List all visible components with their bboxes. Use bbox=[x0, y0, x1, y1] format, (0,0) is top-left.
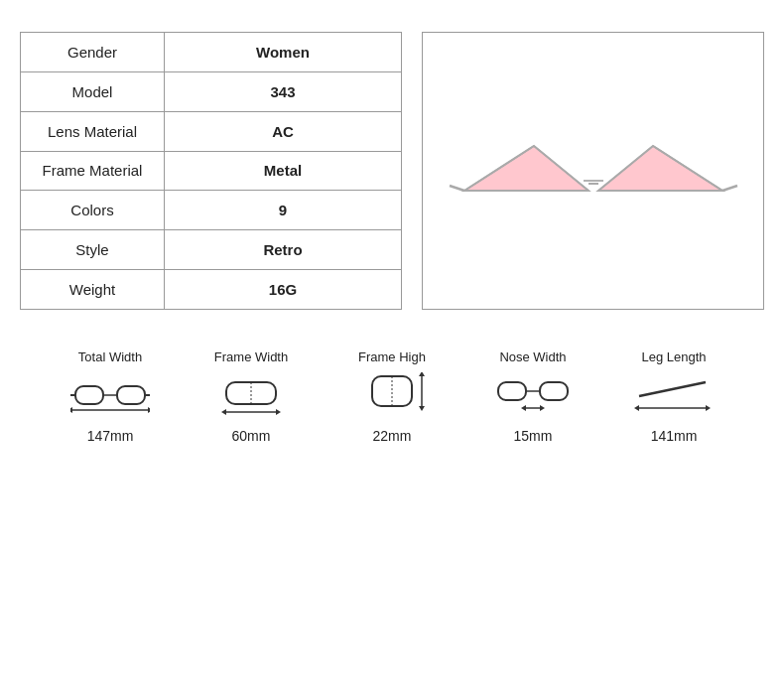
measure-label-1: Frame Width bbox=[214, 349, 288, 364]
table-row: Colors 9 bbox=[21, 191, 402, 230]
table-value-4: 9 bbox=[165, 191, 402, 230]
svg-marker-19 bbox=[70, 407, 72, 413]
table-label-3: Frame Material bbox=[21, 151, 165, 191]
measure-value-4: 141mm bbox=[651, 428, 698, 444]
svg-rect-11 bbox=[117, 386, 145, 404]
svg-marker-29 bbox=[419, 372, 425, 376]
measure-item-leg-length: Leg Length 141mm bbox=[624, 349, 723, 444]
svg-marker-20 bbox=[148, 407, 150, 413]
svg-rect-21 bbox=[226, 382, 276, 404]
table-value-2: AC bbox=[165, 111, 402, 151]
table-row: Model 343 bbox=[21, 71, 402, 111]
sunglasses-image bbox=[445, 111, 742, 230]
table-value-0: Women bbox=[165, 33, 402, 72]
measure-value-0: 147mm bbox=[87, 428, 134, 444]
svg-marker-40 bbox=[634, 405, 639, 411]
svg-marker-24 bbox=[221, 409, 226, 415]
svg-rect-10 bbox=[75, 386, 103, 404]
svg-marker-36 bbox=[521, 405, 526, 411]
measure-label-0: Total Width bbox=[78, 349, 142, 364]
svg-line-38 bbox=[639, 382, 706, 396]
table-label-5: Style bbox=[21, 230, 165, 270]
measure-value-1: 60mm bbox=[232, 428, 271, 444]
main-content: Gender Women Model 343 Lens Material AC … bbox=[20, 32, 764, 310]
measure-item-nose-width: Nose Width 15mm bbox=[483, 349, 583, 444]
measure-item-total-width: Total Width 147mm bbox=[61, 349, 160, 444]
measure-value-2: 22mm bbox=[373, 428, 412, 444]
info-table: Gender Women Model 343 Lens Material AC … bbox=[20, 32, 402, 310]
measure-icon-leg-length bbox=[634, 372, 714, 420]
svg-marker-1 bbox=[598, 146, 722, 191]
table-row: Weight 16G bbox=[21, 270, 402, 310]
table-value-5: Retro bbox=[165, 230, 402, 270]
measure-icon-total-width bbox=[70, 372, 150, 420]
table-row: Frame Material Metal bbox=[21, 151, 402, 191]
header bbox=[20, 10, 764, 32]
svg-line-5 bbox=[722, 186, 737, 191]
measure-label-2: Frame High bbox=[358, 349, 426, 364]
measure-value-3: 15mm bbox=[514, 428, 553, 444]
table-label-6: Weight bbox=[21, 270, 165, 310]
svg-marker-41 bbox=[706, 405, 711, 411]
svg-marker-37 bbox=[540, 405, 545, 411]
measure-item-frame-width: Frame Width 60mm bbox=[201, 349, 301, 444]
page: Gender Women Model 343 Lens Material AC … bbox=[0, 0, 784, 695]
svg-marker-25 bbox=[276, 409, 281, 415]
measure-item-frame-high: Frame High 22mm bbox=[342, 349, 442, 444]
svg-rect-32 bbox=[498, 382, 526, 400]
measure-icon-frame-high bbox=[352, 372, 432, 420]
table-value-6: 16G bbox=[165, 270, 402, 310]
table-label-4: Colors bbox=[21, 191, 165, 230]
measurements-section: Total Width 147mm Frame Width bbox=[20, 349, 764, 444]
svg-marker-0 bbox=[464, 146, 588, 191]
svg-marker-30 bbox=[419, 406, 425, 411]
table-row: Style Retro bbox=[21, 230, 402, 270]
table-value-3: Metal bbox=[165, 151, 402, 191]
product-image-box bbox=[422, 32, 764, 310]
measure-icon-nose-width bbox=[493, 372, 573, 420]
table-value-1: 343 bbox=[165, 71, 402, 111]
table-label-0: Gender bbox=[21, 33, 165, 72]
table-label-1: Model bbox=[21, 71, 165, 111]
measure-icon-frame-width bbox=[211, 372, 291, 420]
measure-label-3: Nose Width bbox=[499, 349, 566, 364]
measure-label-4: Leg Length bbox=[641, 349, 706, 364]
svg-rect-33 bbox=[540, 382, 568, 400]
table-row: Lens Material AC bbox=[21, 111, 402, 151]
table-row: Gender Women bbox=[21, 33, 402, 72]
svg-line-4 bbox=[450, 186, 464, 191]
table-label-2: Lens Material bbox=[21, 111, 165, 151]
